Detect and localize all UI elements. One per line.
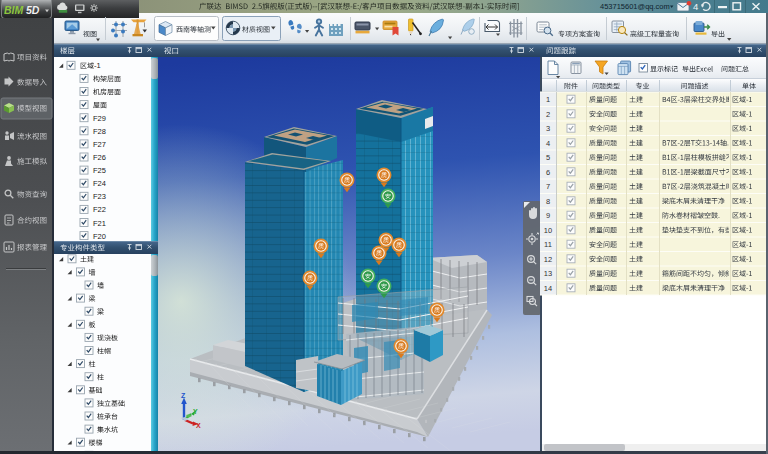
svg-text:13: 13	[544, 269, 552, 278]
svg-text:Z: Z	[181, 392, 186, 399]
svg-text:10: 10	[544, 226, 552, 235]
svg-text:4: 4	[693, 1, 698, 12]
svg-text:F29: F29	[93, 114, 106, 123]
svg-text:5: 5	[546, 153, 550, 162]
svg-text:14: 14	[544, 284, 552, 293]
svg-text:6: 6	[546, 168, 550, 177]
svg-text:8: 8	[546, 197, 550, 206]
svg-text:F26: F26	[93, 153, 106, 162]
svg-text:11: 11	[544, 240, 552, 249]
svg-text:F22: F22	[93, 205, 106, 214]
svg-text:4: 4	[546, 139, 550, 148]
svg-text:453715601@qq.com: 453715601@qq.com	[600, 2, 670, 11]
svg-text:F21: F21	[93, 219, 106, 228]
svg-text:7: 7	[546, 182, 550, 191]
svg-text:2: 2	[546, 110, 550, 119]
svg-text:1: 1	[546, 95, 550, 104]
svg-text:9: 9	[546, 211, 550, 220]
svg-text:F23: F23	[93, 192, 106, 201]
svg-text:-1: -1	[94, 61, 101, 70]
svg-text:F24: F24	[93, 179, 106, 188]
svg-text:F25: F25	[93, 166, 106, 175]
svg-text:X: X	[196, 422, 201, 429]
svg-text:F20: F20	[93, 232, 106, 241]
svg-text:12: 12	[544, 255, 552, 264]
svg-text:F28: F28	[93, 127, 106, 136]
svg-text:3: 3	[546, 124, 550, 133]
svg-text:Y: Y	[193, 408, 198, 415]
svg-text:F27: F27	[93, 140, 106, 149]
